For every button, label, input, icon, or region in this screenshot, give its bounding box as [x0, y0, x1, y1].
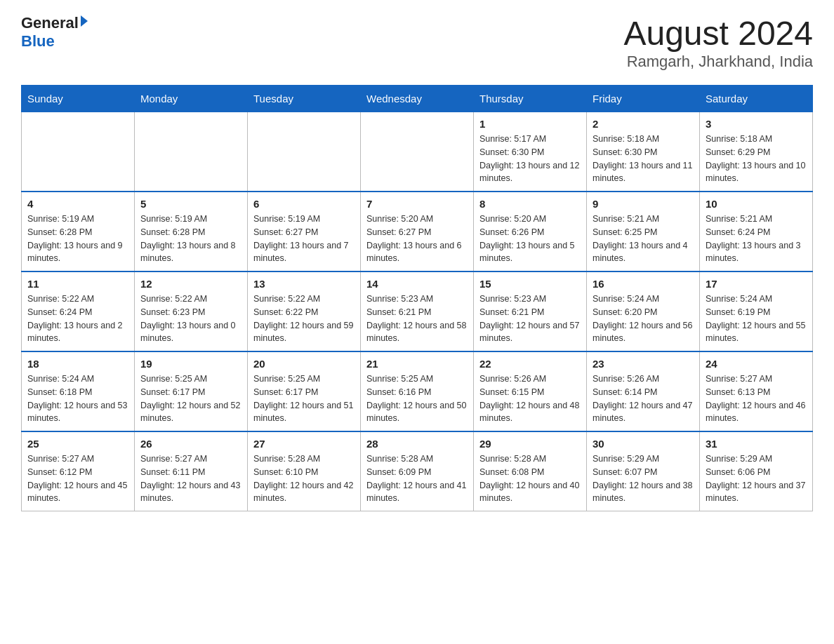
weekday-header-monday: Monday [135, 86, 248, 112]
day-info: Sunrise: 5:26 AMSunset: 6:14 PMDaylight:… [593, 373, 694, 425]
calendar-header-row: SundayMondayTuesdayWednesdayThursdayFrid… [22, 86, 813, 112]
day-number: 12 [140, 278, 241, 290]
day-number: 2 [593, 118, 694, 130]
calendar-cell: 30Sunrise: 5:29 AMSunset: 6:07 PMDayligh… [587, 431, 700, 511]
day-number: 5 [140, 198, 241, 210]
day-info: Sunrise: 5:28 AMSunset: 6:08 PMDaylight:… [479, 452, 581, 505]
calendar-table: SundayMondayTuesdayWednesdayThursdayFrid… [21, 85, 813, 511]
day-info: Sunrise: 5:24 AMSunset: 6:19 PMDaylight:… [706, 293, 807, 345]
day-info: Sunrise: 5:22 AMSunset: 6:24 PMDaylight:… [27, 293, 128, 345]
day-info: Sunrise: 5:23 AMSunset: 6:21 PMDaylight:… [366, 293, 468, 345]
calendar-cell [361, 112, 474, 192]
calendar-cell: 22Sunrise: 5:26 AMSunset: 6:15 PMDayligh… [474, 351, 587, 431]
day-info: Sunrise: 5:18 AMSunset: 6:30 PMDaylight:… [593, 133, 694, 185]
day-info: Sunrise: 5:21 AMSunset: 6:24 PMDaylight:… [706, 213, 807, 265]
day-info: Sunrise: 5:20 AMSunset: 6:27 PMDaylight:… [366, 213, 468, 265]
day-number: 18 [27, 358, 128, 370]
weekday-header-tuesday: Tuesday [248, 86, 361, 112]
calendar-cell: 3Sunrise: 5:18 AMSunset: 6:29 PMDaylight… [700, 112, 813, 192]
day-number: 28 [366, 438, 468, 450]
weekday-header-sunday: Sunday [22, 86, 135, 112]
day-number: 13 [253, 278, 355, 290]
day-number: 21 [366, 358, 468, 370]
day-number: 9 [593, 198, 694, 210]
calendar-week-row: 11Sunrise: 5:22 AMSunset: 6:24 PMDayligh… [22, 271, 813, 351]
calendar-cell: 14Sunrise: 5:23 AMSunset: 6:21 PMDayligh… [361, 271, 474, 351]
calendar-cell: 1Sunrise: 5:17 AMSunset: 6:30 PMDaylight… [474, 112, 587, 192]
day-info: Sunrise: 5:20 AMSunset: 6:26 PMDaylight:… [479, 213, 581, 265]
calendar-cell: 6Sunrise: 5:19 AMSunset: 6:27 PMDaylight… [248, 192, 361, 271]
logo-arrow-icon [81, 15, 88, 27]
day-number: 4 [27, 198, 128, 210]
day-number: 17 [706, 278, 807, 290]
calendar-cell: 17Sunrise: 5:24 AMSunset: 6:19 PMDayligh… [700, 271, 813, 351]
day-info: Sunrise: 5:21 AMSunset: 6:25 PMDaylight:… [593, 213, 694, 265]
calendar-cell: 4Sunrise: 5:19 AMSunset: 6:28 PMDaylight… [22, 192, 135, 271]
day-number: 26 [140, 438, 241, 450]
weekday-header-friday: Friday [587, 86, 700, 112]
calendar-title: August 2024 [623, 14, 813, 53]
calendar-cell: 10Sunrise: 5:21 AMSunset: 6:24 PMDayligh… [700, 192, 813, 271]
weekday-header-saturday: Saturday [700, 86, 813, 112]
day-number: 11 [27, 278, 128, 290]
day-info: Sunrise: 5:25 AMSunset: 6:17 PMDaylight:… [140, 373, 241, 425]
calendar-cell: 16Sunrise: 5:24 AMSunset: 6:20 PMDayligh… [587, 271, 700, 351]
calendar-cell: 25Sunrise: 5:27 AMSunset: 6:12 PMDayligh… [22, 431, 135, 511]
day-info: Sunrise: 5:25 AMSunset: 6:17 PMDaylight:… [253, 373, 355, 425]
calendar-cell: 19Sunrise: 5:25 AMSunset: 6:17 PMDayligh… [135, 351, 248, 431]
calendar-cell: 28Sunrise: 5:28 AMSunset: 6:09 PMDayligh… [361, 431, 474, 511]
logo-general-text: General [21, 14, 79, 32]
calendar-cell: 21Sunrise: 5:25 AMSunset: 6:16 PMDayligh… [361, 351, 474, 431]
day-number: 31 [706, 438, 807, 450]
calendar-cell: 15Sunrise: 5:23 AMSunset: 6:21 PMDayligh… [474, 271, 587, 351]
calendar-week-row: 18Sunrise: 5:24 AMSunset: 6:18 PMDayligh… [22, 351, 813, 431]
calendar-cell: 12Sunrise: 5:22 AMSunset: 6:23 PMDayligh… [135, 271, 248, 351]
day-number: 22 [479, 358, 581, 370]
day-number: 20 [253, 358, 355, 370]
day-info: Sunrise: 5:24 AMSunset: 6:18 PMDaylight:… [27, 373, 128, 425]
day-info: Sunrise: 5:22 AMSunset: 6:23 PMDaylight:… [140, 293, 241, 345]
calendar-cell [248, 112, 361, 192]
day-number: 25 [27, 438, 128, 450]
weekday-header-wednesday: Wednesday [361, 86, 474, 112]
day-info: Sunrise: 5:22 AMSunset: 6:22 PMDaylight:… [253, 293, 355, 345]
day-info: Sunrise: 5:23 AMSunset: 6:21 PMDaylight:… [479, 293, 581, 345]
logo-blue-text: Blue [21, 32, 88, 51]
calendar-title-block: August 2024 Ramgarh, Jharkhand, India [623, 14, 813, 71]
day-number: 6 [253, 198, 355, 210]
day-number: 7 [366, 198, 468, 210]
day-info: Sunrise: 5:29 AMSunset: 6:06 PMDaylight:… [706, 452, 807, 505]
calendar-cell: 18Sunrise: 5:24 AMSunset: 6:18 PMDayligh… [22, 351, 135, 431]
calendar-subtitle: Ramgarh, Jharkhand, India [623, 53, 813, 71]
calendar-cell: 13Sunrise: 5:22 AMSunset: 6:22 PMDayligh… [248, 271, 361, 351]
day-number: 29 [479, 438, 581, 450]
calendar-cell: 2Sunrise: 5:18 AMSunset: 6:30 PMDaylight… [587, 112, 700, 192]
calendar-cell: 5Sunrise: 5:19 AMSunset: 6:28 PMDaylight… [135, 192, 248, 271]
day-number: 16 [593, 278, 694, 290]
calendar-cell [22, 112, 135, 192]
day-info: Sunrise: 5:18 AMSunset: 6:29 PMDaylight:… [706, 133, 807, 185]
day-number: 14 [366, 278, 468, 290]
day-info: Sunrise: 5:27 AMSunset: 6:13 PMDaylight:… [706, 373, 807, 425]
day-number: 23 [593, 358, 694, 370]
calendar-cell [135, 112, 248, 192]
day-info: Sunrise: 5:19 AMSunset: 6:28 PMDaylight:… [27, 213, 128, 265]
day-number: 24 [706, 358, 807, 370]
calendar-cell: 31Sunrise: 5:29 AMSunset: 6:06 PMDayligh… [700, 431, 813, 511]
day-info: Sunrise: 5:27 AMSunset: 6:12 PMDaylight:… [27, 452, 128, 505]
calendar-cell: 24Sunrise: 5:27 AMSunset: 6:13 PMDayligh… [700, 351, 813, 431]
day-number: 30 [593, 438, 694, 450]
day-info: Sunrise: 5:25 AMSunset: 6:16 PMDaylight:… [366, 373, 468, 425]
calendar-week-row: 4Sunrise: 5:19 AMSunset: 6:28 PMDaylight… [22, 192, 813, 271]
day-number: 27 [253, 438, 355, 450]
page-header: General Blue August 2024 Ramgarh, Jharkh… [21, 14, 813, 71]
calendar-week-row: 25Sunrise: 5:27 AMSunset: 6:12 PMDayligh… [22, 431, 813, 511]
calendar-cell: 20Sunrise: 5:25 AMSunset: 6:17 PMDayligh… [248, 351, 361, 431]
day-number: 1 [479, 118, 581, 130]
calendar-cell: 11Sunrise: 5:22 AMSunset: 6:24 PMDayligh… [22, 271, 135, 351]
calendar-cell: 7Sunrise: 5:20 AMSunset: 6:27 PMDaylight… [361, 192, 474, 271]
calendar-cell: 23Sunrise: 5:26 AMSunset: 6:14 PMDayligh… [587, 351, 700, 431]
day-number: 19 [140, 358, 241, 370]
day-info: Sunrise: 5:17 AMSunset: 6:30 PMDaylight:… [479, 133, 581, 185]
calendar-week-row: 1Sunrise: 5:17 AMSunset: 6:30 PMDaylight… [22, 112, 813, 192]
